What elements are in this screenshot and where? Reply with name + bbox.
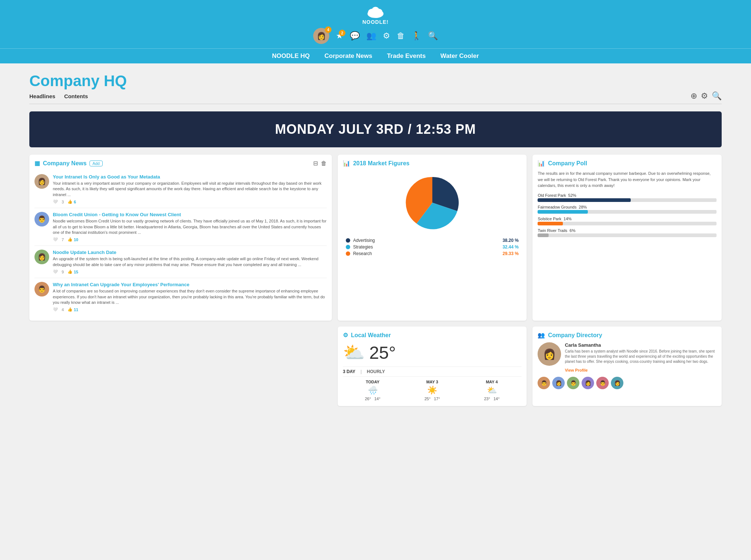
svg-point-3 [372, 7, 379, 14]
news-item-4: 👨 Why an Intranet Can Upgrade Your Emplo… [34, 278, 327, 316]
news-body-1: Your Intranet Is Only as Good as Your Me… [53, 174, 327, 204]
reaction-count-3: 9 [62, 270, 64, 274]
legend-label-research: Research [353, 251, 372, 256]
header: NOODLE! 👩 4 ★ 2 💬 👥 ⚙ 🗑 🚶 🔍 NOODLE HQ Co… [0, 0, 751, 63]
settings-widget-icon[interactable]: ⚙ [701, 91, 708, 101]
heart-icon-3[interactable]: 🤍 [53, 269, 58, 274]
news-avatar-4: 👨 [34, 282, 49, 296]
favorites-icon-wrap[interactable]: ★ 2 [336, 31, 343, 41]
walk-icon[interactable]: 🚶 [411, 31, 421, 41]
heart-icon-1[interactable]: 🤍 [53, 199, 58, 204]
news-text-1: Your intranet is a very important asset … [53, 181, 327, 198]
weather-tab-hourly[interactable]: HOURLY [367, 369, 385, 374]
search-icon[interactable]: 🔍 [428, 31, 438, 41]
news-text-4: A lot of companies are so focused on imp… [53, 288, 327, 305]
directory-featured-avatar: 👩 [538, 342, 561, 366]
news-title-3[interactable]: Noodle Update Launch Date [53, 250, 327, 255]
filter-news-icon[interactable]: ⊟ [313, 160, 318, 167]
weather-tab-3day[interactable]: 3 DAY [343, 369, 355, 374]
view-profile-link[interactable]: View Profile [565, 368, 587, 372]
directory-featured-name: Carla Samantha [565, 342, 717, 348]
current-weather-icon: ⛅ [343, 342, 365, 363]
news-text-3: An upgrade of the system tech is being s… [53, 256, 327, 268]
user-avatar[interactable]: 👩 4 [313, 28, 329, 44]
like-btn-4[interactable]: 👍 11 [67, 307, 78, 312]
chat-icon[interactable]: 💬 [350, 31, 360, 41]
nav-item-hq[interactable]: NOODLE HQ [272, 52, 310, 60]
heart-icon-4[interactable]: 🤍 [53, 307, 58, 312]
forecast-temps-today: 26° 14° [365, 397, 380, 401]
like-btn-1[interactable]: 👍 6 [67, 199, 76, 204]
poll-item-2: Fairmeadow Grounds 28% [538, 205, 717, 214]
dir-avatar-4[interactable]: 👩 [582, 377, 594, 389]
poll-item-3: Solstice Park 14% [538, 217, 717, 225]
nav-item-water-cooler[interactable]: Water Cooler [440, 52, 479, 60]
reaction-count-2: 7 [62, 237, 64, 242]
legend-advertising: Advertising 38.20 % [346, 238, 519, 243]
add-widget-icon[interactable]: ⊕ [690, 91, 697, 101]
legend-value-research: 29.33 % [502, 251, 519, 256]
like-btn-3[interactable]: 👍 15 [67, 269, 78, 274]
trash-icon[interactable]: 🗑 [397, 31, 405, 41]
poll-text: The results are in for the annual compan… [538, 170, 717, 189]
market-figures-chart: Advertising 38.20 % Strategies 32.44 % R… [343, 170, 522, 259]
poll-label-3: Solstice Park 14% [538, 217, 717, 221]
reaction-count-4: 4 [62, 307, 64, 312]
company-news-header: ▦ Company News Add ⊟ 🗑 [34, 160, 327, 167]
company-poll-card: 📊 Company Poll The results are in for th… [532, 155, 722, 321]
header-icons-bar: 👩 4 ★ 2 💬 👥 ⚙ 🗑 🚶 🔍 [0, 28, 751, 44]
forecast-label-today: TODAY [366, 380, 379, 384]
poll-label-2: Fairmeadow Grounds 28% [538, 205, 717, 209]
directory-header: 👥 Company Directory [538, 332, 717, 339]
news-body-4: Why an Intranet Can Upgrade Your Employe… [53, 282, 327, 312]
news-list-icon: ▦ [34, 160, 40, 167]
forecast-may4: MAY 4 ⛅ 23° 14° [484, 380, 499, 401]
page-title: Company HQ [29, 72, 722, 90]
directory-featured-bio: Carla has been a system analyst with Noo… [565, 349, 717, 364]
news-meta-1: 🤍 3 👍 6 [53, 199, 327, 204]
like-btn-2[interactable]: 👍 10 [67, 237, 78, 242]
logo-area: NOODLE! [0, 4, 751, 25]
forecast-today: TODAY 🌧️ 26° 14° [365, 380, 380, 401]
dir-avatar-5[interactable]: 👨 [596, 377, 609, 389]
tab-contents[interactable]: Contents [64, 93, 88, 99]
chart-icon: 📊 [343, 160, 350, 167]
pie-chart [403, 173, 462, 233]
delete-news-icon[interactable]: 🗑 [321, 160, 327, 167]
people-icon[interactable]: 👥 [366, 31, 376, 41]
news-title-4[interactable]: Why an Intranet Can Upgrade Your Employe… [53, 282, 327, 287]
nav-item-trade-events[interactable]: Trade Events [387, 52, 426, 60]
main-nav: NOODLE HQ Corporate News Trade Events Wa… [0, 48, 751, 63]
weather-card: ⚙ Local Weather ⛅ 25° 3 DAY | HOURLY TOD… [338, 327, 527, 406]
heart-icon-2[interactable]: 🤍 [53, 237, 58, 242]
chart-legend: Advertising 38.20 % Strategies 32.44 % R… [343, 238, 522, 256]
news-title-1[interactable]: Your Intranet Is Only as Good as Your Me… [53, 174, 327, 180]
nav-item-corporate-news[interactable]: Corporate News [325, 52, 372, 60]
news-body-3: Noodle Update Launch Date An upgrade of … [53, 250, 327, 274]
logo-text: NOODLE! [362, 19, 389, 25]
weather-main: ⛅ 25° [343, 342, 522, 363]
market-figures-title: 📊 2018 Market Figures [343, 160, 410, 167]
company-news-card: ▦ Company News Add ⊟ 🗑 👩 Your Intranet I… [29, 155, 332, 321]
dir-avatar-3[interactable]: 👨 [567, 377, 579, 389]
legend-value-advertising: 38.20 % [502, 238, 519, 243]
news-title-2[interactable]: Bloom Credit Union - Getting to Know Our… [53, 212, 327, 217]
weather-forecast: TODAY 🌧️ 26° 14° MAY 3 ☀️ 25° 17° [343, 380, 522, 401]
dir-avatar-6[interactable]: 👩 [611, 377, 623, 389]
company-directory-card: 👥 Company Directory 👩 Carla Samantha Car… [532, 327, 722, 406]
cloud-logo-icon [364, 4, 387, 19]
poll-label-1: Old Forest Park 52% [538, 193, 717, 198]
forecast-temps-may4: 23° 14° [484, 397, 499, 401]
page-subtitle-bar: Headlines Contents ⊕ ⚙ 🔍 [29, 91, 722, 104]
weather-tabs: 3 DAY | HOURLY [343, 366, 522, 377]
settings-icon[interactable]: ⚙ [383, 31, 390, 41]
notification-badge-avatar: 4 [325, 26, 331, 33]
company-news-actions: ⊟ 🗑 [313, 160, 327, 167]
add-news-button[interactable]: Add [89, 161, 103, 166]
tab-headlines[interactable]: Headlines [29, 93, 55, 99]
search-widget-icon[interactable]: 🔍 [712, 91, 722, 101]
dir-avatar-1[interactable]: 👨 [538, 377, 550, 389]
news-meta-3: 🤍 9 👍 15 [53, 269, 327, 274]
news-avatar-1: 👩 [34, 174, 49, 189]
dir-avatar-2[interactable]: 👩 [552, 377, 565, 389]
